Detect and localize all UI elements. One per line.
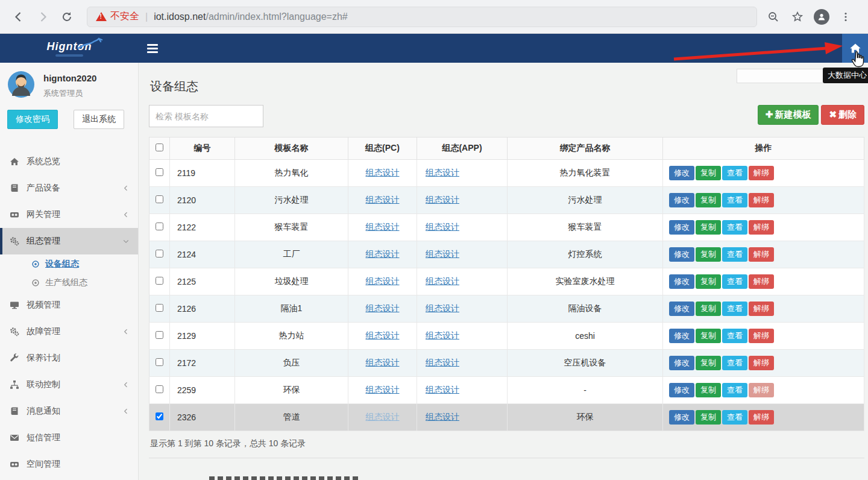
edit-button[interactable]: 修改 (669, 356, 694, 370)
app-config-link[interactable]: 组态设计 (426, 168, 459, 177)
back-icon[interactable] (8, 7, 29, 27)
pc-config-link[interactable]: 组态设计 (366, 249, 400, 259)
user-avatar[interactable] (7, 71, 35, 98)
edit-button[interactable]: 修改 (669, 220, 694, 235)
unbind-button-disabled[interactable]: 解绑 (749, 383, 774, 397)
app-config-link[interactable]: 组态设计 (426, 385, 459, 394)
sidebar-item-configuration[interactable]: 组态管理 (0, 228, 138, 254)
copy-button[interactable]: 复制 (696, 247, 721, 262)
hamburger-menu-icon[interactable] (147, 44, 158, 63)
view-button[interactable]: 查看 (722, 193, 747, 207)
zoom-out-icon[interactable] (763, 7, 784, 27)
kebab-menu-icon[interactable] (835, 7, 856, 27)
app-config-link[interactable]: 组态设计 (426, 358, 459, 367)
unbind-button[interactable]: 解绑 (749, 166, 774, 180)
unbind-button[interactable]: 解绑 (749, 193, 774, 207)
logout-button[interactable]: 退出系统 (74, 110, 124, 129)
row-checkbox[interactable] (156, 195, 163, 203)
pc-config-link[interactable]: 组态设计 (366, 195, 400, 204)
app-config-link[interactable]: 组态设计 (426, 276, 459, 286)
app-config-link[interactable]: 组态设计 (426, 222, 459, 232)
view-button[interactable]: 查看 (722, 166, 747, 180)
row-checkbox[interactable] (156, 412, 163, 420)
app-config-link[interactable]: 组态设计 (426, 330, 459, 340)
sidebar-item-gateway[interactable]: 网关管理 (0, 201, 138, 228)
copy-button[interactable]: 复制 (696, 193, 721, 207)
pc-config-link[interactable]: 组态设计 (366, 222, 400, 232)
sidebar-item-notifications[interactable]: 消息通知 (0, 398, 138, 425)
row-checkbox[interactable] (156, 168, 163, 176)
row-checkbox[interactable] (156, 223, 163, 230)
copy-button[interactable]: 复制 (696, 356, 721, 370)
view-button[interactable]: 查看 (722, 220, 747, 235)
copy-button[interactable]: 复制 (696, 383, 721, 397)
unbind-button[interactable]: 解绑 (749, 302, 774, 316)
header-search-input[interactable] (737, 69, 824, 83)
pc-config-link[interactable]: 组态设计 (366, 330, 400, 340)
view-button[interactable]: 查看 (722, 302, 747, 316)
pc-config-link[interactable]: 组态设计 (366, 412, 400, 422)
copy-button[interactable]: 复制 (696, 220, 721, 235)
row-checkbox[interactable] (156, 358, 163, 366)
view-button[interactable]: 查看 (722, 410, 747, 425)
address-bar[interactable]: 不安全 | iot.idosp.net /admin/index.html?la… (87, 7, 757, 27)
new-template-button[interactable]: ✚新建模板 (758, 105, 819, 125)
edit-button[interactable]: 修改 (669, 166, 694, 180)
row-checkbox[interactable] (156, 277, 163, 285)
sidebar-item-maintenance[interactable]: 保养计划 (0, 345, 138, 371)
pc-config-link[interactable]: 组态设计 (366, 276, 400, 286)
unbind-button[interactable]: 解绑 (749, 220, 774, 235)
edit-button[interactable]: 修改 (669, 274, 694, 289)
reload-icon[interactable] (57, 7, 77, 27)
row-checkbox[interactable] (156, 385, 163, 393)
unbind-button[interactable]: 解绑 (749, 274, 774, 289)
copy-button[interactable]: 复制 (696, 302, 721, 316)
app-config-link[interactable]: 组态设计 (426, 249, 459, 259)
unbind-button[interactable]: 解绑 (749, 247, 774, 262)
sidebar-subitem-line-config[interactable]: 生产线组态 (0, 273, 138, 292)
view-button[interactable]: 查看 (722, 274, 747, 289)
edit-button[interactable]: 修改 (669, 383, 694, 397)
pc-config-link[interactable]: 组态设计 (366, 358, 400, 367)
bigdata-home-button[interactable] (842, 34, 868, 63)
sidebar-item-video[interactable]: 视频管理 (0, 292, 138, 318)
edit-button[interactable]: 修改 (669, 410, 694, 425)
row-checkbox[interactable] (156, 331, 163, 339)
app-config-link[interactable]: 组态设计 (426, 195, 459, 204)
app-config-link[interactable]: 组态设计 (426, 412, 459, 422)
unbind-button[interactable]: 解绑 (749, 410, 774, 425)
pc-config-link[interactable]: 组态设计 (366, 303, 400, 313)
sidebar-subitem-device-config[interactable]: 设备组态 (0, 254, 138, 273)
edit-button[interactable]: 修改 (669, 247, 694, 262)
copy-button[interactable]: 复制 (696, 166, 721, 180)
select-all-checkbox[interactable] (156, 144, 163, 151)
view-button[interactable]: 查看 (722, 356, 747, 370)
change-password-button[interactable]: 修改密码 (7, 110, 58, 129)
copy-button[interactable]: 复制 (696, 274, 721, 289)
delete-button[interactable]: ✖删除 (821, 105, 864, 125)
view-button[interactable]: 查看 (722, 247, 747, 262)
sidebar-item-linkage[interactable]: 联动控制 (0, 371, 138, 398)
view-button[interactable]: 查看 (722, 329, 747, 343)
sidebar-item-fault[interactable]: 故障管理 (0, 318, 138, 345)
edit-button[interactable]: 修改 (669, 329, 694, 343)
unbind-button[interactable]: 解绑 (749, 356, 774, 370)
sidebar-item-space[interactable]: 空间管理 (0, 451, 138, 478)
forward-icon[interactable] (33, 7, 53, 27)
edit-button[interactable]: 修改 (669, 302, 694, 316)
pc-config-link[interactable]: 组态设计 (366, 168, 400, 177)
sidebar-item-products[interactable]: 产品设备 (0, 175, 138, 201)
template-search-input[interactable] (149, 105, 263, 127)
app-config-link[interactable]: 组态设计 (426, 303, 459, 313)
unbind-button[interactable]: 解绑 (749, 329, 774, 343)
profile-avatar-icon[interactable] (811, 7, 832, 27)
view-button[interactable]: 查看 (722, 383, 747, 397)
pc-config-link[interactable]: 组态设计 (366, 385, 400, 394)
row-checkbox[interactable] (156, 304, 163, 312)
sidebar-item-sms[interactable]: 短信管理 (0, 425, 138, 451)
sidebar-item-system-overview[interactable]: 系统总览 (0, 148, 138, 175)
bookmark-star-icon[interactable] (787, 7, 808, 27)
copy-button[interactable]: 复制 (696, 329, 721, 343)
edit-button[interactable]: 修改 (669, 193, 694, 207)
copy-button[interactable]: 复制 (696, 410, 721, 425)
